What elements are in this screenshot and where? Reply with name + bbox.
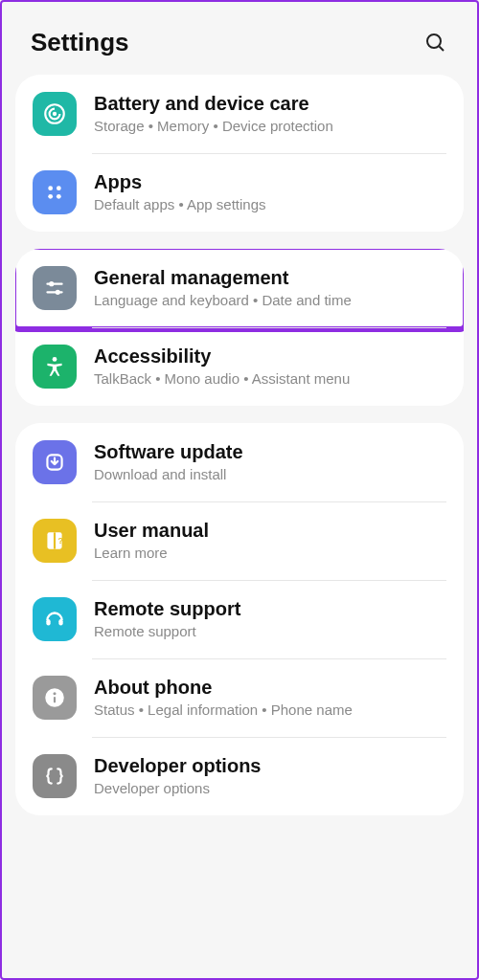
settings-item-remote-support[interactable]: Remote supportRemote support [15,580,464,658]
settings-item-subtitle: Status • Legal information • Phone name [94,701,446,720]
svg-text:?: ? [57,535,63,546]
settings-item-accessibility[interactable]: AccessibilityTalkBack • Mono audio • Ass… [15,327,464,406]
settings-item-text: Developer optionsDeveloper options [94,755,446,798]
settings-item-text: User manualLearn more [94,520,446,563]
settings-item-title: Apps [94,171,446,193]
settings-group: General managementLanguage and keyboard … [15,249,464,406]
svg-rect-17 [46,619,50,626]
svg-point-9 [49,281,54,286]
settings-item-text: About phoneStatus • Legal information • … [94,677,446,720]
search-button[interactable] [420,27,450,57]
settings-item-general[interactable]: General managementLanguage and keyboard … [15,249,464,327]
svg-point-4 [48,186,53,190]
settings-item-developer-options[interactable]: Developer optionsDeveloper options [15,737,464,815]
sliders-icon [33,266,77,310]
settings-group: Software updateDownload and install ? Us… [15,423,464,815]
settings-item-about-phone[interactable]: About phoneStatus • Legal information • … [15,658,464,737]
svg-point-20 [53,692,56,695]
braces-icon [33,754,77,798]
header: Settings [2,2,477,75]
settings-item-subtitle: Default apps • App settings [94,195,446,214]
settings-item-text: General managementLanguage and keyboard … [94,267,446,310]
svg-point-7 [57,194,61,199]
settings-item-apps[interactable]: AppsDefault apps • App settings [15,153,464,232]
svg-rect-8 [46,283,62,285]
settings-item-subtitle: Learn more [94,544,446,563]
svg-line-1 [440,47,445,52]
settings-item-software-update[interactable]: Software updateDownload and install [15,423,464,501]
settings-item-text: Remote supportRemote support [94,598,446,641]
book-icon: ? [33,519,77,563]
settings-item-title: General management [94,267,446,289]
svg-rect-21 [54,697,56,703]
settings-item-title: Developer options [94,755,446,777]
settings-item-battery[interactable]: Battery and device careStorage • Memory … [15,75,464,153]
info-icon [33,676,77,720]
settings-item-user-manual[interactable]: ? User manualLearn more [15,501,464,580]
settings-item-text: AccessibilityTalkBack • Mono audio • Ass… [94,345,446,389]
accessibility-icon [33,345,77,389]
settings-item-title: Remote support [94,598,446,620]
settings-item-subtitle: Storage • Memory • Device protection [94,117,446,136]
settings-item-title: Accessibility [94,345,446,368]
settings-item-text: AppsDefault apps • App settings [94,171,446,214]
svg-point-5 [57,186,61,190]
settings-item-title: Software update [94,441,446,463]
settings-item-subtitle: TalkBack • Mono audio • Assistant menu [94,369,446,389]
svg-point-12 [53,357,57,362]
svg-rect-18 [58,619,62,626]
svg-point-11 [56,290,60,295]
settings-item-title: About phone [94,677,446,699]
settings-item-subtitle: Language and keyboard • Date and time [94,291,446,310]
svg-point-0 [427,34,441,48]
settings-item-subtitle: Remote support [94,622,446,641]
svg-point-6 [48,194,53,199]
download-circle-icon [33,440,77,484]
settings-group: Battery and device careStorage • Memory … [15,75,464,232]
settings-item-title: Battery and device care [94,93,446,115]
settings-item-text: Battery and device careStorage • Memory … [94,93,446,136]
settings-item-subtitle: Download and install [94,465,446,484]
settings-item-title: User manual [94,520,446,542]
settings-item-subtitle: Developer options [94,779,446,798]
svg-rect-10 [46,291,62,293]
apps-icon [33,170,77,214]
svg-rect-15 [54,532,56,548]
headset-icon [33,597,77,641]
page-title: Settings [31,28,129,57]
svg-point-3 [53,112,57,116]
search-icon [423,31,446,54]
battery-care-icon [33,92,77,136]
settings-item-text: Software updateDownload and install [94,441,446,484]
